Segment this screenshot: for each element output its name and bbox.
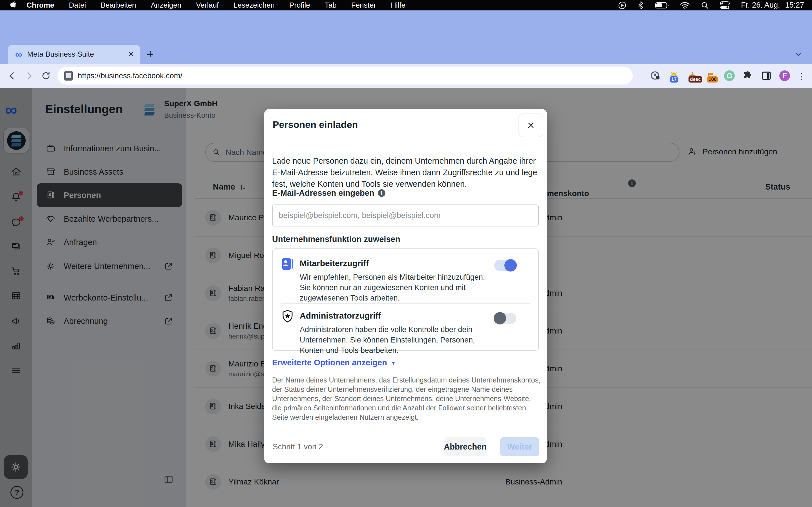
menu-fenster[interactable]: Fenster (344, 1, 384, 10)
employee-badge-icon (281, 257, 295, 272)
menubar-clock: Fr. 26. Aug.15:27 (741, 1, 804, 10)
password-manager-icon[interactable] (650, 69, 661, 82)
url-bar[interactable]: https://business.facebook.com/ (57, 67, 633, 84)
cancel-button[interactable]: Abbrechen (444, 437, 486, 456)
extension-gear-icon[interactable]: 17 (668, 69, 679, 82)
extension-100-icon[interactable]: 100 (705, 69, 717, 82)
chrome-toolbar: https://business.facebook.com/ 17 desc 1… (0, 64, 812, 88)
browser-menu-icon[interactable]: ⋮ (797, 71, 806, 81)
menu-hilfe[interactable]: Hilfe (384, 1, 413, 10)
media-play-icon[interactable] (618, 1, 626, 10)
bluetooth-icon[interactable] (638, 1, 644, 10)
menu-lesezeichen[interactable]: Lesezeichen (226, 1, 282, 10)
menu-anzeigen[interactable]: Anzeigen (144, 1, 189, 10)
chrome-tabstrip: ∞ Meta Business Suite ✕ + (0, 10, 812, 64)
invite-people-modal: Personen einladen Lade neue Personen daz… (264, 109, 547, 463)
role-options-box: Mitarbeiterzugriff Wir empfehlen, Person… (272, 248, 539, 351)
modal-intro-text: Lade neue Personen dazu ein, deinem Unte… (272, 155, 540, 190)
close-icon (527, 121, 535, 129)
reload-icon[interactable] (41, 71, 51, 80)
employee-access-toggle[interactable] (494, 260, 516, 271)
back-icon[interactable] (7, 71, 17, 80)
meta-favicon: ∞ (15, 50, 22, 59)
email-field[interactable] (272, 205, 539, 226)
menu-datei[interactable]: Datei (61, 1, 93, 10)
step-indicator: Schritt 1 von 2 (273, 442, 323, 451)
menu-chrome[interactable]: Chrome (19, 1, 61, 10)
extensions-puzzle-icon[interactable] (742, 69, 753, 82)
tab-close-icon[interactable]: ✕ (128, 50, 134, 59)
extension-desc-icon[interactable]: desc (687, 69, 698, 82)
assign-role-heading: Unternehmensfunktion zuweisen (272, 235, 400, 244)
grammarly-icon[interactable]: G (724, 70, 735, 81)
chevron-down-icon: ▼ (391, 360, 396, 365)
macos-menubar: Chrome Datei Bearbeiten Anzeigen Verlauf… (0, 0, 812, 10)
disclosure-text: Der Name deines Unternehmens, das Erstel… (272, 376, 541, 422)
screen: Chrome Datei Bearbeiten Anzeigen Verlauf… (0, 0, 812, 507)
close-button[interactable] (518, 114, 543, 137)
apple-menu-icon[interactable] (10, 1, 17, 10)
spotlight-icon[interactable] (701, 1, 709, 9)
info-icon[interactable]: i (378, 189, 386, 197)
next-button[interactable]: Weiter (500, 437, 539, 456)
tab-search-chevron-icon[interactable] (794, 52, 802, 57)
menu-bearbeiten[interactable]: Bearbeiten (93, 1, 144, 10)
forward-icon[interactable] (24, 71, 34, 80)
new-tab-button[interactable]: + (147, 47, 154, 61)
menu-verlauf[interactable]: Verlauf (189, 1, 226, 10)
control-center-icon[interactable] (720, 1, 730, 9)
browser-profile-avatar[interactable]: F (779, 70, 790, 81)
modal-footer: Schritt 1 von 2 Abbrechen Weiter (273, 437, 539, 457)
side-panel-icon[interactable] (761, 69, 772, 82)
wifi-icon[interactable] (680, 2, 690, 9)
browser-tab[interactable]: ∞ Meta Business Suite ✕ (8, 45, 140, 64)
tab-title: Meta Business Suite (27, 50, 94, 59)
page-content: ∞ ? Einstellungen SuperX GmbH Business-K… (0, 88, 812, 507)
menu-profile[interactable]: Profile (282, 1, 317, 10)
modal-title: Personen einladen (273, 119, 358, 130)
advanced-options-link[interactable]: Erweiterte Optionen anzeigen ▼ (272, 358, 396, 367)
admin-shield-icon (281, 309, 295, 324)
admin-access-toggle[interactable] (494, 313, 516, 324)
url-text: https://business.facebook.com/ (78, 71, 183, 80)
option-divider (281, 303, 530, 304)
site-info-icon[interactable] (64, 71, 73, 80)
battery-icon[interactable] (655, 2, 669, 9)
menu-tab[interactable]: Tab (317, 1, 344, 10)
email-label: E-Mail-Adressen eingeben i (272, 188, 386, 198)
